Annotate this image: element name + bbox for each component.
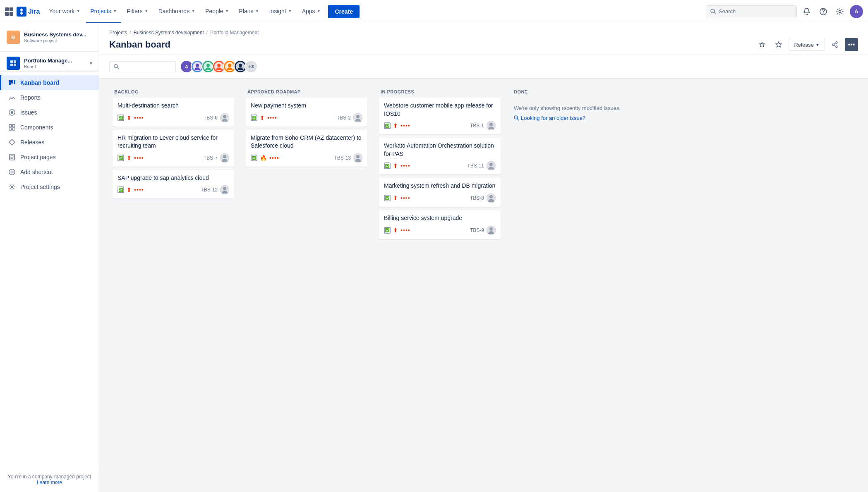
sidebar-item-kanban-board[interactable]: Kanban board bbox=[0, 75, 99, 90]
card-tbs-6[interactable]: Multi-destination search ⬆ •••• TBS-6 bbox=[113, 98, 234, 127]
settings-button[interactable] bbox=[833, 5, 846, 18]
project2-type: Board bbox=[24, 64, 86, 69]
priority-high-icon: ⬆ bbox=[393, 195, 398, 201]
ticket-id: TBS-11 bbox=[467, 163, 484, 169]
sidebar-project2[interactable]: Portfolio Manage... Board ▾ bbox=[7, 57, 92, 70]
ticket-id: TBS-12 bbox=[201, 187, 218, 193]
nav-your-work[interactable]: Your work ▼ bbox=[45, 0, 84, 23]
star-icon bbox=[775, 41, 782, 48]
help-button[interactable] bbox=[817, 5, 830, 18]
assignee-avatar bbox=[487, 121, 496, 130]
nav-dashboards[interactable]: Dashboards ▼ bbox=[154, 0, 199, 23]
board-search[interactable] bbox=[109, 61, 176, 72]
nav-apps-label: Apps bbox=[302, 8, 315, 14]
svg-point-53 bbox=[489, 163, 493, 166]
notifications-button[interactable] bbox=[800, 5, 813, 18]
card-tbs-12-right: TBS-12 bbox=[201, 185, 229, 194]
more-button[interactable]: ••• bbox=[845, 38, 858, 51]
priority-high-icon: ⬆ bbox=[127, 115, 132, 121]
ticket-id: TBS-13 bbox=[334, 155, 351, 161]
create-button[interactable]: Create bbox=[328, 5, 360, 18]
jira-logo[interactable]: Jira bbox=[17, 7, 40, 17]
svg-point-50 bbox=[489, 123, 493, 126]
sidebar: B Business Systems dev... Software proje… bbox=[0, 23, 99, 492]
more-dots-icon: ••• bbox=[848, 41, 855, 48]
svg-point-19 bbox=[836, 42, 837, 43]
card-tbs-2-title: New payment system bbox=[251, 102, 362, 110]
done-message-text: We're only showing recently modified iss… bbox=[514, 105, 621, 111]
card-tbs-2[interactable]: New payment system ⬆ •••• TBS-2 bbox=[246, 98, 367, 127]
automate-icon bbox=[759, 41, 765, 48]
story-points-dots: •••• bbox=[400, 162, 410, 169]
nav-people[interactable]: People ▼ bbox=[201, 0, 233, 23]
breadcrumb-business-systems[interactable]: Business Systems development bbox=[134, 30, 204, 36]
card-tbs-7[interactable]: HR migration to Lever cloud service for … bbox=[113, 130, 234, 167]
nav-plans[interactable]: Plans ▼ bbox=[235, 0, 264, 23]
nav-insight[interactable]: Insight ▼ bbox=[265, 0, 296, 23]
sidebar-item-add-shortcut[interactable]: Add shortcut bbox=[0, 165, 99, 179]
sidebar-item-components[interactable]: Components bbox=[0, 120, 99, 135]
sidebar-item-issues-label: Issues bbox=[20, 109, 37, 116]
done-message-area: We're only showing recently modified iss… bbox=[509, 98, 637, 129]
svg-rect-9 bbox=[14, 80, 15, 84]
sidebar-project2-section: Portfolio Manage... Board ▾ bbox=[0, 52, 99, 72]
page-actions: Release ▼ ••• bbox=[755, 38, 858, 51]
chevron-down-icon: ▼ bbox=[255, 9, 259, 13]
nav-filters[interactable]: Filters ▼ bbox=[123, 0, 153, 23]
sidebar-footer: You're in a company-managed project Lear… bbox=[0, 467, 99, 492]
issues-icon bbox=[8, 108, 16, 117]
nav-dashboards-label: Dashboards bbox=[158, 8, 190, 14]
breadcrumb-projects[interactable]: Projects bbox=[109, 30, 127, 36]
svg-point-0 bbox=[711, 9, 715, 13]
assignee-avatar bbox=[220, 185, 229, 194]
story-points-dots: •••• bbox=[267, 115, 277, 121]
story-icon bbox=[251, 115, 257, 121]
collapse-icon[interactable]: ▾ bbox=[90, 60, 92, 66]
sidebar-project1[interactable]: B Business Systems dev... Software proje… bbox=[7, 28, 92, 46]
nav-projects[interactable]: Projects ▼ bbox=[86, 0, 121, 23]
sidebar-item-project-settings[interactable]: Project settings bbox=[0, 179, 99, 194]
app-grid-icon[interactable] bbox=[5, 7, 13, 16]
sidebar-footer-link[interactable]: Learn more bbox=[37, 480, 62, 485]
automate-button[interactable] bbox=[755, 38, 769, 51]
gear-icon bbox=[836, 8, 844, 15]
older-issue-link[interactable]: Looking for an older issue? bbox=[514, 114, 632, 122]
share-button[interactable] bbox=[828, 38, 842, 51]
user-avatar[interactable]: A bbox=[850, 5, 863, 18]
column-inprogress-cards: Webstore customer mobile app release for… bbox=[376, 98, 504, 242]
app-grid-logo[interactable]: Jira bbox=[5, 7, 40, 17]
card-tbs-13-meta: 🔥 •••• TBS-13 bbox=[251, 153, 362, 162]
card-tbs-13[interactable]: Migrate from Soho CRM (AZ datacenter) to… bbox=[246, 130, 367, 167]
card-tbs-1[interactable]: Webstore customer mobile app release for… bbox=[379, 98, 501, 134]
project2-name: Portfolio Manage... bbox=[24, 57, 86, 64]
board-search-input[interactable] bbox=[122, 64, 171, 70]
jira-wordmark: Jira bbox=[28, 8, 40, 15]
svg-rect-12 bbox=[9, 124, 12, 127]
svg-rect-8 bbox=[11, 80, 13, 84]
card-tbs-12[interactable]: SAP upgrade to sap analytics cloud ⬆ •••… bbox=[113, 170, 234, 199]
card-tbs-2-right: TBS-2 bbox=[337, 113, 362, 122]
project1-info: Business Systems dev... Software project bbox=[24, 31, 92, 43]
card-tbs-9-meta: ⬆ •••• TBS-9 bbox=[384, 226, 496, 235]
sidebar-item-reports[interactable]: Reports bbox=[0, 90, 99, 105]
card-tbs-9[interactable]: Billing service system upgrade ⬆ •••• TB… bbox=[379, 210, 501, 239]
story-points-dots: •••• bbox=[134, 186, 144, 193]
search-icon bbox=[514, 115, 519, 121]
search-placeholder: Search bbox=[719, 8, 736, 14]
card-tbs-11[interactable]: Workato Automation Orchestration solutio… bbox=[379, 138, 501, 174]
avatar-more[interactable]: +3 bbox=[245, 60, 258, 73]
card-tbs-8[interactable]: Marketing system refresh and DB migratio… bbox=[379, 178, 501, 207]
sidebar-item-issues[interactable]: Issues bbox=[0, 105, 99, 120]
svg-point-30 bbox=[228, 64, 231, 67]
add-shortcut-icon bbox=[8, 168, 16, 176]
priority-high-icon: ⬆ bbox=[393, 227, 398, 234]
nav-apps[interactable]: Apps ▼ bbox=[298, 0, 325, 23]
assignee-avatar bbox=[220, 153, 229, 162]
story-points-dots: •••• bbox=[400, 195, 410, 201]
star-button[interactable] bbox=[772, 38, 785, 51]
search-box[interactable]: Search bbox=[706, 5, 797, 17]
release-button[interactable]: Release ▼ bbox=[789, 39, 825, 51]
board-search-icon bbox=[114, 64, 119, 69]
sidebar-item-project-pages[interactable]: Project pages bbox=[0, 150, 99, 165]
sidebar-item-releases[interactable]: Releases bbox=[0, 135, 99, 150]
